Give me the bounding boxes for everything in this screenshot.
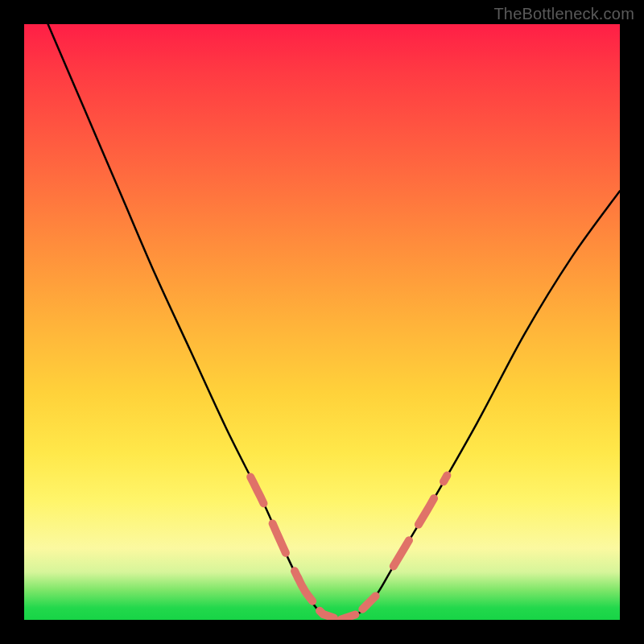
bottleneck-curve-chart — [24, 24, 620, 620]
watermark-label: TheBottleneck.com — [493, 5, 634, 23]
curve-main — [48, 24, 620, 620]
curve-marker-bottom — [298, 578, 375, 619]
gradient-plot-area — [24, 24, 620, 620]
